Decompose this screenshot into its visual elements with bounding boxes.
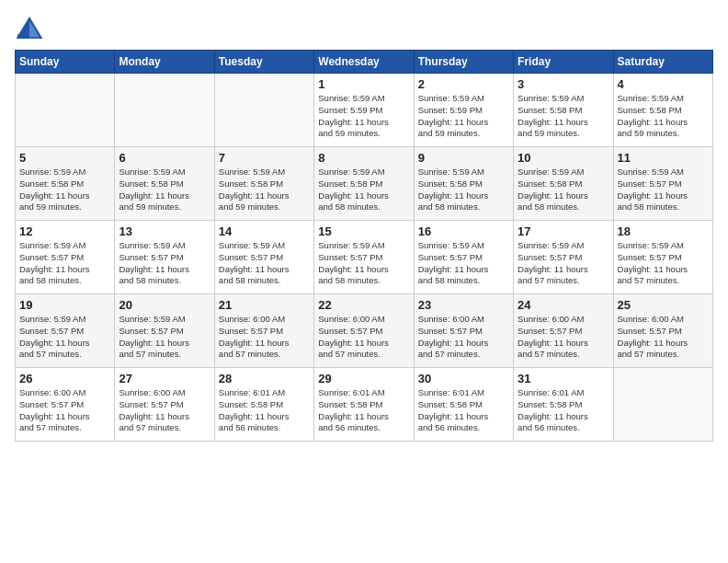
day-number: 3 xyxy=(518,77,609,91)
day-number: 21 xyxy=(219,298,310,312)
day-cell: 4Sunrise: 5:59 AM Sunset: 5:58 PM Daylig… xyxy=(613,74,712,147)
calendar-table: SundayMondayTuesdayWednesdayThursdayFrid… xyxy=(15,50,713,442)
day-number: 2 xyxy=(418,77,509,91)
svg-rect-2 xyxy=(17,34,29,39)
day-info: Sunrise: 5:59 AM Sunset: 5:57 PM Dayligh… xyxy=(19,240,110,287)
day-info: Sunrise: 5:59 AM Sunset: 5:57 PM Dayligh… xyxy=(318,240,409,287)
day-info: Sunrise: 5:59 AM Sunset: 5:58 PM Dayligh… xyxy=(518,93,609,140)
header-cell-thursday: Thursday xyxy=(414,51,513,74)
day-info: Sunrise: 6:01 AM Sunset: 5:58 PM Dayligh… xyxy=(318,387,409,434)
day-cell: 13Sunrise: 5:59 AM Sunset: 5:57 PM Dayli… xyxy=(115,221,214,294)
day-number: 28 xyxy=(219,372,310,385)
day-cell: 28Sunrise: 6:01 AM Sunset: 5:58 PM Dayli… xyxy=(214,368,313,442)
day-cell: 10Sunrise: 5:59 AM Sunset: 5:58 PM Dayli… xyxy=(514,147,613,221)
day-cell: 5Sunrise: 5:59 AM Sunset: 5:58 PM Daylig… xyxy=(16,147,115,221)
header-row: SundayMondayTuesdayWednesdayThursdayFrid… xyxy=(16,51,713,74)
day-number: 16 xyxy=(418,224,509,238)
day-cell xyxy=(16,74,115,147)
day-number: 5 xyxy=(19,151,110,165)
week-row-3: 12Sunrise: 5:59 AM Sunset: 5:57 PM Dayli… xyxy=(16,221,713,294)
logo xyxy=(15,15,48,40)
day-cell: 21Sunrise: 6:00 AM Sunset: 5:57 PM Dayli… xyxy=(214,294,313,368)
day-cell: 11Sunrise: 5:59 AM Sunset: 5:57 PM Dayli… xyxy=(613,147,712,221)
day-info: Sunrise: 5:59 AM Sunset: 5:59 PM Dayligh… xyxy=(418,93,509,140)
day-cell: 23Sunrise: 6:00 AM Sunset: 5:57 PM Dayli… xyxy=(414,294,513,368)
day-cell: 12Sunrise: 5:59 AM Sunset: 5:57 PM Dayli… xyxy=(16,221,115,294)
day-number: 20 xyxy=(119,298,210,312)
day-cell: 18Sunrise: 5:59 AM Sunset: 5:57 PM Dayli… xyxy=(613,221,712,294)
day-cell: 27Sunrise: 6:00 AM Sunset: 5:57 PM Dayli… xyxy=(115,368,214,442)
day-number: 9 xyxy=(418,151,509,165)
week-row-2: 5Sunrise: 5:59 AM Sunset: 5:58 PM Daylig… xyxy=(16,147,713,221)
day-number: 31 xyxy=(518,372,609,385)
day-info: Sunrise: 5:59 AM Sunset: 5:57 PM Dayligh… xyxy=(418,240,509,287)
day-info: Sunrise: 5:59 AM Sunset: 5:57 PM Dayligh… xyxy=(219,240,310,287)
day-number: 19 xyxy=(19,298,110,312)
day-info: Sunrise: 6:00 AM Sunset: 5:57 PM Dayligh… xyxy=(418,314,509,361)
day-number: 17 xyxy=(518,224,609,238)
day-number: 10 xyxy=(518,151,609,165)
calendar-header: SundayMondayTuesdayWednesdayThursdayFrid… xyxy=(16,51,713,74)
day-number: 25 xyxy=(618,298,709,312)
week-row-5: 26Sunrise: 6:00 AM Sunset: 5:57 PM Dayli… xyxy=(16,368,713,442)
day-info: Sunrise: 5:59 AM Sunset: 5:59 PM Dayligh… xyxy=(318,93,409,140)
day-cell xyxy=(214,74,313,147)
week-row-1: 1Sunrise: 5:59 AM Sunset: 5:59 PM Daylig… xyxy=(16,74,713,147)
day-number: 8 xyxy=(318,151,409,165)
day-info: Sunrise: 6:01 AM Sunset: 5:58 PM Dayligh… xyxy=(418,387,509,434)
day-cell xyxy=(115,74,214,147)
day-number: 4 xyxy=(618,77,709,91)
day-info: Sunrise: 6:00 AM Sunset: 5:57 PM Dayligh… xyxy=(19,387,110,434)
day-number: 7 xyxy=(219,151,310,165)
day-number: 13 xyxy=(119,224,210,238)
day-cell: 3Sunrise: 5:59 AM Sunset: 5:58 PM Daylig… xyxy=(514,74,613,147)
day-info: Sunrise: 5:59 AM Sunset: 5:57 PM Dayligh… xyxy=(618,240,709,287)
day-info: Sunrise: 5:59 AM Sunset: 5:57 PM Dayligh… xyxy=(618,167,709,213)
day-info: Sunrise: 5:59 AM Sunset: 5:57 PM Dayligh… xyxy=(19,314,110,361)
day-number: 18 xyxy=(618,224,709,238)
header-cell-sunday: Sunday xyxy=(16,51,115,74)
header-cell-saturday: Saturday xyxy=(613,51,712,74)
day-info: Sunrise: 6:01 AM Sunset: 5:58 PM Dayligh… xyxy=(219,387,310,434)
day-number: 27 xyxy=(119,372,210,385)
day-info: Sunrise: 6:00 AM Sunset: 5:57 PM Dayligh… xyxy=(518,314,609,361)
day-cell: 30Sunrise: 6:01 AM Sunset: 5:58 PM Dayli… xyxy=(414,368,513,442)
day-number: 29 xyxy=(318,372,409,385)
week-row-4: 19Sunrise: 5:59 AM Sunset: 5:57 PM Dayli… xyxy=(16,294,713,368)
day-info: Sunrise: 5:59 AM Sunset: 5:58 PM Dayligh… xyxy=(318,167,409,213)
header-cell-tuesday: Tuesday xyxy=(214,51,313,74)
day-info: Sunrise: 6:01 AM Sunset: 5:58 PM Dayligh… xyxy=(518,387,609,434)
day-cell: 31Sunrise: 6:01 AM Sunset: 5:58 PM Dayli… xyxy=(514,368,613,442)
day-cell: 15Sunrise: 5:59 AM Sunset: 5:57 PM Dayli… xyxy=(314,221,414,294)
page-header xyxy=(15,15,713,40)
day-info: Sunrise: 6:00 AM Sunset: 5:57 PM Dayligh… xyxy=(219,314,310,361)
day-cell: 1Sunrise: 5:59 AM Sunset: 5:59 PM Daylig… xyxy=(314,74,414,147)
day-number: 22 xyxy=(318,298,409,312)
day-info: Sunrise: 5:59 AM Sunset: 5:58 PM Dayligh… xyxy=(418,167,509,213)
day-number: 23 xyxy=(418,298,509,312)
day-number: 30 xyxy=(418,372,509,385)
day-info: Sunrise: 6:00 AM Sunset: 5:57 PM Dayligh… xyxy=(618,314,709,361)
day-cell: 17Sunrise: 5:59 AM Sunset: 5:57 PM Dayli… xyxy=(514,221,613,294)
header-cell-wednesday: Wednesday xyxy=(314,51,414,74)
day-info: Sunrise: 6:00 AM Sunset: 5:57 PM Dayligh… xyxy=(119,387,210,434)
day-number: 11 xyxy=(618,151,709,165)
day-info: Sunrise: 5:59 AM Sunset: 5:57 PM Dayligh… xyxy=(518,240,609,287)
day-number: 6 xyxy=(119,151,210,165)
header-cell-friday: Friday xyxy=(514,51,613,74)
day-info: Sunrise: 5:59 AM Sunset: 5:58 PM Dayligh… xyxy=(219,167,310,213)
day-cell: 20Sunrise: 5:59 AM Sunset: 5:57 PM Dayli… xyxy=(115,294,214,368)
day-number: 24 xyxy=(518,298,609,312)
day-cell: 25Sunrise: 6:00 AM Sunset: 5:57 PM Dayli… xyxy=(613,294,712,368)
day-cell: 16Sunrise: 5:59 AM Sunset: 5:57 PM Dayli… xyxy=(414,221,513,294)
day-number: 1 xyxy=(318,77,409,91)
day-info: Sunrise: 5:59 AM Sunset: 5:58 PM Dayligh… xyxy=(119,167,210,213)
day-info: Sunrise: 5:59 AM Sunset: 5:57 PM Dayligh… xyxy=(119,314,210,361)
header-cell-monday: Monday xyxy=(115,51,214,74)
calendar-body: 1Sunrise: 5:59 AM Sunset: 5:59 PM Daylig… xyxy=(16,74,713,442)
day-number: 14 xyxy=(219,224,310,238)
day-info: Sunrise: 5:59 AM Sunset: 5:58 PM Dayligh… xyxy=(618,93,709,140)
day-cell: 8Sunrise: 5:59 AM Sunset: 5:58 PM Daylig… xyxy=(314,147,414,221)
day-info: Sunrise: 5:59 AM Sunset: 5:57 PM Dayligh… xyxy=(119,240,210,287)
day-cell: 14Sunrise: 5:59 AM Sunset: 5:57 PM Dayli… xyxy=(214,221,313,294)
